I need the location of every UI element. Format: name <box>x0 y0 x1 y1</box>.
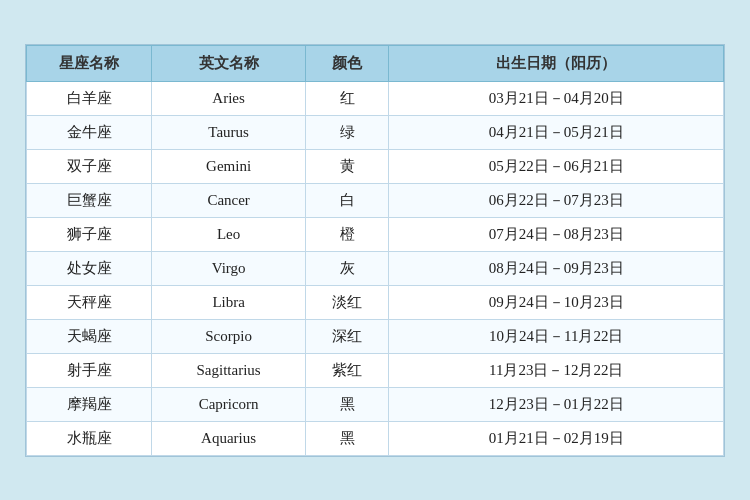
cell-date: 11月23日－12月22日 <box>389 353 724 387</box>
cell-english: Taurus <box>152 115 305 149</box>
cell-english: Capricorn <box>152 387 305 421</box>
table-row: 水瓶座Aquarius黑01月21日－02月19日 <box>27 421 724 455</box>
table-header-row: 星座名称 英文名称 颜色 出生日期（阳历） <box>27 45 724 81</box>
cell-date: 09月24日－10月23日 <box>389 285 724 319</box>
table-row: 白羊座Aries红03月21日－04月20日 <box>27 81 724 115</box>
header-date: 出生日期（阳历） <box>389 45 724 81</box>
cell-chinese: 处女座 <box>27 251 152 285</box>
cell-color: 绿 <box>305 115 389 149</box>
zodiac-table-container: 星座名称 英文名称 颜色 出生日期（阳历） 白羊座Aries红03月21日－04… <box>25 44 725 457</box>
cell-date: 10月24日－11月22日 <box>389 319 724 353</box>
cell-english: Scorpio <box>152 319 305 353</box>
cell-english: Leo <box>152 217 305 251</box>
cell-chinese: 射手座 <box>27 353 152 387</box>
cell-date: 05月22日－06月21日 <box>389 149 724 183</box>
cell-color: 黑 <box>305 421 389 455</box>
header-english: 英文名称 <box>152 45 305 81</box>
cell-color: 淡红 <box>305 285 389 319</box>
cell-chinese: 双子座 <box>27 149 152 183</box>
cell-color: 红 <box>305 81 389 115</box>
table-row: 巨蟹座Cancer白06月22日－07月23日 <box>27 183 724 217</box>
cell-english: Virgo <box>152 251 305 285</box>
table-row: 金牛座Taurus绿04月21日－05月21日 <box>27 115 724 149</box>
cell-date: 06月22日－07月23日 <box>389 183 724 217</box>
cell-chinese: 白羊座 <box>27 81 152 115</box>
cell-english: Gemini <box>152 149 305 183</box>
cell-english: Aquarius <box>152 421 305 455</box>
cell-date: 03月21日－04月20日 <box>389 81 724 115</box>
table-row: 处女座Virgo灰08月24日－09月23日 <box>27 251 724 285</box>
cell-color: 深红 <box>305 319 389 353</box>
table-row: 摩羯座Capricorn黑12月23日－01月22日 <box>27 387 724 421</box>
table-body: 白羊座Aries红03月21日－04月20日金牛座Taurus绿04月21日－0… <box>27 81 724 455</box>
table-row: 天蝎座Scorpio深红10月24日－11月22日 <box>27 319 724 353</box>
cell-color: 白 <box>305 183 389 217</box>
cell-chinese: 天秤座 <box>27 285 152 319</box>
cell-chinese: 水瓶座 <box>27 421 152 455</box>
table-row: 射手座Sagittarius紫红11月23日－12月22日 <box>27 353 724 387</box>
cell-color: 黑 <box>305 387 389 421</box>
cell-english: Libra <box>152 285 305 319</box>
header-chinese: 星座名称 <box>27 45 152 81</box>
cell-date: 08月24日－09月23日 <box>389 251 724 285</box>
cell-color: 灰 <box>305 251 389 285</box>
cell-chinese: 天蝎座 <box>27 319 152 353</box>
cell-date: 01月21日－02月19日 <box>389 421 724 455</box>
cell-chinese: 摩羯座 <box>27 387 152 421</box>
cell-date: 07月24日－08月23日 <box>389 217 724 251</box>
table-row: 双子座Gemini黄05月22日－06月21日 <box>27 149 724 183</box>
cell-color: 紫红 <box>305 353 389 387</box>
header-color: 颜色 <box>305 45 389 81</box>
cell-chinese: 巨蟹座 <box>27 183 152 217</box>
cell-color: 黄 <box>305 149 389 183</box>
cell-date: 04月21日－05月21日 <box>389 115 724 149</box>
zodiac-table: 星座名称 英文名称 颜色 出生日期（阳历） 白羊座Aries红03月21日－04… <box>26 45 724 456</box>
cell-english: Sagittarius <box>152 353 305 387</box>
cell-date: 12月23日－01月22日 <box>389 387 724 421</box>
table-row: 狮子座Leo橙07月24日－08月23日 <box>27 217 724 251</box>
table-row: 天秤座Libra淡红09月24日－10月23日 <box>27 285 724 319</box>
cell-chinese: 金牛座 <box>27 115 152 149</box>
cell-color: 橙 <box>305 217 389 251</box>
cell-english: Aries <box>152 81 305 115</box>
cell-english: Cancer <box>152 183 305 217</box>
cell-chinese: 狮子座 <box>27 217 152 251</box>
